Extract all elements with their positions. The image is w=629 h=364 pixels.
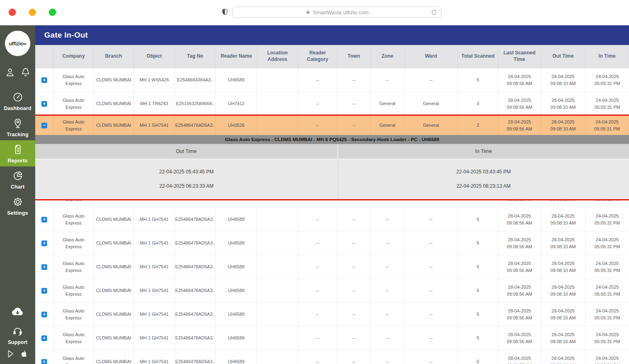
cell-zone: General (371, 116, 405, 135)
cell-object: MH 1 GH7541 (134, 350, 175, 364)
cell-in-time: 24-04-2025 05:05:31 PM (586, 231, 629, 255)
cell-object: MH 1 GH7541 (134, 208, 175, 231)
cell-company: Glass Auto Express (54, 92, 94, 115)
detail-column-in-time: In Time (338, 144, 629, 159)
sidebar-item-label: Support (8, 339, 27, 345)
user-icon[interactable] (5, 67, 15, 79)
expand-row-button[interactable]: + (41, 217, 47, 222)
sidebar-item-settings[interactable]: Settings (0, 193, 35, 219)
cell-location-address (257, 279, 298, 302)
column-header-location-address: Location Address (257, 45, 298, 68)
expand-row-button[interactable]: + (41, 359, 47, 364)
cell-reader-name: UH3526 (216, 116, 257, 135)
cell-town: -- (337, 92, 371, 115)
google-play-icon[interactable] (7, 349, 16, 360)
cell-zone: -- (371, 350, 405, 364)
cell-in-time: 24-04-2025 05:05:31 PM (586, 255, 629, 279)
apple-icon[interactable] (20, 349, 29, 360)
expand-row-button[interactable]: + (41, 264, 47, 270)
cell-tag-no: E25486478AD5A3.. (175, 116, 216, 135)
page-title: Gate In-Out (44, 31, 88, 40)
cell-tag-no: E25486478AD5A3.. (175, 255, 216, 279)
expand-row-button[interactable]: + (41, 77, 47, 83)
cell-reader-name: UH7412 (216, 92, 257, 115)
cell-in-time: 24-04-2025 05:05:31 PM (586, 208, 629, 231)
table-row: Glass Auto Express CLDMS MUMBAI 28-04-20… (35, 199, 629, 208)
sidebar-item-reports[interactable]: Reports (0, 140, 35, 166)
url-bar[interactable]: SmartWaste.uffizio.com (233, 7, 441, 18)
notifications-bell-icon[interactable] (20, 67, 31, 79)
column-header-branch: Branch (94, 45, 134, 68)
cell-out-time: 28-04-2025 09:08:10 AM (541, 350, 586, 364)
sidebar-item-chart[interactable]: Chart (0, 166, 35, 193)
cell-out-time: 28-04-2025 09:08:10 AM (541, 326, 586, 350)
expand-cell: + (35, 303, 54, 326)
column-header-tag-no: Tag No (175, 45, 216, 68)
cell-ward: -- (405, 255, 458, 279)
table-row: + Glass Auto Express CLDMS MUMBAI MH 1 G… (35, 303, 629, 326)
column-header-ward: Ward (405, 45, 458, 68)
expand-cell: + (35, 68, 54, 92)
column-header-in-time: In Time (586, 45, 629, 68)
minimize-window-button[interactable] (29, 9, 36, 16)
expand-cell: + (35, 279, 54, 302)
cell-reader-category: -- (298, 116, 337, 135)
zoom-window-button[interactable] (49, 9, 56, 16)
cell-last-scanned: 28-04-2025 09:08:56 AM (498, 303, 541, 326)
sidebar-quick-icons (5, 67, 31, 79)
close-window-button[interactable] (9, 9, 16, 16)
cell-ward: -- (405, 350, 458, 364)
expand-row-button[interactable]: + (41, 288, 47, 294)
cell-ward: -- (405, 208, 458, 231)
cell-out-time: 28-04-2025 09:08:10 AM (541, 231, 586, 255)
cell-in-time: 24-04-2025 05:05:31 PM (586, 199, 629, 207)
sidebar-item-dashboard[interactable]: Dashboard (0, 88, 35, 114)
cell-branch: CLDMS MUMBAI (94, 231, 134, 255)
cell-in-time: 24-04-2025 05:05:31 PM (586, 279, 629, 302)
cell-branch: CLDMS MUMBAI (94, 116, 134, 135)
uffizio-logo[interactable]: uffizio» (5, 31, 30, 56)
cell-out-time: 28-04-2025 09:08:10 AM (541, 303, 586, 326)
expand-row-button[interactable]: + (41, 335, 47, 341)
table-row: + Glass Auto Express CLDMS MUMBAI MH 1 G… (35, 231, 629, 255)
cloud-download-icon[interactable] (10, 306, 25, 319)
cell-out-time: 28-04-2025 09:08:10 AM (541, 68, 586, 92)
collapse-row-button[interactable]: − (41, 123, 47, 128)
cell-company: Glass Auto Express (54, 350, 94, 364)
expand-row-button[interactable]: + (41, 312, 47, 317)
cell-last-scanned: 28-04-2025 09:08:56 AM (498, 199, 541, 207)
reload-icon[interactable] (431, 9, 437, 16)
detail-in-time-value: 22-04-2025 08:23:13 AM (457, 183, 511, 189)
cell-out-time: 28-04-2025 09:08:10 AM (541, 255, 586, 279)
cell-town: -- (337, 255, 371, 279)
cell-zone: -- (371, 208, 405, 231)
cell-branch: CLDMS MUMBAI (94, 350, 134, 364)
privacy-shield-icon[interactable] (221, 8, 229, 17)
sidebar-item-tracking[interactable]: Tracking (0, 114, 35, 140)
expand-row-button[interactable]: + (41, 240, 47, 246)
cell-reader-name: UH6589 (216, 68, 257, 92)
cell-branch: CLDMS MUMBAI (94, 303, 134, 326)
sidebar-item-label: Chart (11, 184, 25, 190)
table-header-row: Company Branch Object Tag No Reader Name… (35, 45, 629, 68)
cell-reader-category: -- (298, 208, 337, 231)
cell-object (134, 199, 175, 207)
cell-reader-name: UH6589 (216, 350, 257, 364)
table-row: + Glass Auto Express CLDMS MUMBAI MH 1 T… (35, 92, 629, 116)
cell-ward: -- (405, 231, 458, 255)
cell-total-scanned: 5 (458, 279, 498, 302)
detail-in-time-column: 22-04-2025 03:43:45 PM 22-04-2025 08:23:… (338, 160, 629, 199)
expand-cell: + (35, 326, 54, 350)
sidebar-item-label: Reports (8, 158, 28, 164)
sidebar-item-support[interactable]: Support (8, 325, 27, 347)
cell-total-scanned: 3 (458, 92, 498, 115)
table-body-top: + Glass Auto Express CLDMS MUMBAI MH 1 W… (35, 68, 629, 116)
expand-row-button[interactable]: + (41, 101, 47, 107)
cell-reader-name: UH6589 (216, 326, 257, 350)
cell-zone: -- (371, 326, 405, 350)
cell-zone: -- (371, 255, 405, 279)
cell-in-time: 24-04-2025 05:05:31 PM (586, 350, 629, 364)
sidebar-item-label: Dashboard (4, 106, 31, 111)
expanded-row-annotation: − Glass Auto Express CLDMS MUMBAI MH 1 G… (35, 116, 629, 199)
detail-in-time-value: 22-04-2025 03:43:45 PM (456, 169, 511, 175)
